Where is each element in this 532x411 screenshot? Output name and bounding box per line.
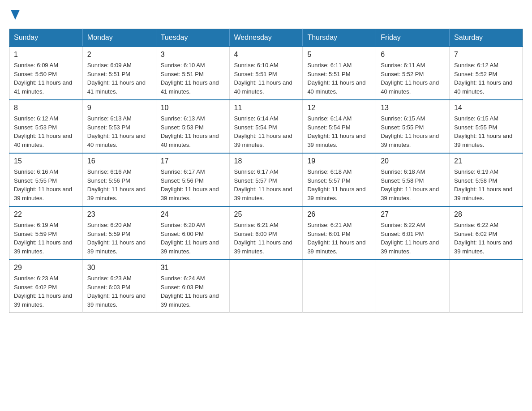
- header-row: SundayMondayTuesdayWednesdayThursdayFrid…: [9, 29, 523, 47]
- day-number: 12: [307, 104, 371, 112]
- day-number: 29: [14, 264, 78, 272]
- day-info: Sunrise: 6:19 AMSunset: 5:59 PMDaylight:…: [14, 221, 78, 256]
- day-number: 24: [161, 210, 225, 218]
- day-info: Sunrise: 6:09 AMSunset: 5:51 PMDaylight:…: [87, 61, 151, 96]
- day-info: Sunrise: 6:15 AMSunset: 5:55 PMDaylight:…: [381, 114, 445, 149]
- day-info: Sunrise: 6:12 AMSunset: 5:52 PMDaylight:…: [454, 61, 518, 96]
- page-header: [9, 9, 523, 20]
- calendar-cell: 24 Sunrise: 6:20 AMSunset: 6:00 PMDaylig…: [156, 206, 229, 260]
- day-info: Sunrise: 6:13 AMSunset: 5:53 PMDaylight:…: [161, 114, 225, 149]
- day-number: 2: [87, 51, 151, 59]
- day-info: Sunrise: 6:23 AMSunset: 6:03 PMDaylight:…: [87, 274, 151, 309]
- day-number: 20: [381, 157, 445, 165]
- day-info: Sunrise: 6:17 AMSunset: 5:56 PMDaylight:…: [161, 167, 225, 202]
- day-number: 5: [307, 51, 371, 59]
- day-info: Sunrise: 6:19 AMSunset: 5:58 PMDaylight:…: [454, 167, 518, 202]
- day-number: 8: [14, 104, 78, 112]
- day-number: 26: [307, 210, 371, 218]
- calendar-cell: 14 Sunrise: 6:15 AMSunset: 5:55 PMDaylig…: [450, 100, 523, 153]
- calendar-cell: 9 Sunrise: 6:13 AMSunset: 5:53 PMDayligh…: [82, 100, 156, 153]
- calendar-cell: 30 Sunrise: 6:23 AMSunset: 6:03 PMDaylig…: [82, 260, 156, 313]
- logo: [9, 9, 20, 20]
- logo-arrow-icon: [11, 10, 20, 20]
- calendar-cell: 22 Sunrise: 6:19 AMSunset: 5:59 PMDaylig…: [9, 206, 83, 260]
- day-number: 13: [381, 104, 445, 112]
- day-number: 23: [87, 210, 151, 218]
- calendar-body: 1 Sunrise: 6:09 AMSunset: 5:50 PMDayligh…: [9, 47, 523, 313]
- header-day-thursday: Thursday: [303, 29, 376, 47]
- day-number: 27: [381, 210, 445, 218]
- calendar-week-4: 22 Sunrise: 6:19 AMSunset: 5:59 PMDaylig…: [9, 206, 523, 260]
- day-info: Sunrise: 6:10 AMSunset: 5:51 PMDaylight:…: [234, 61, 298, 96]
- day-info: Sunrise: 6:21 AMSunset: 6:00 PMDaylight:…: [234, 221, 298, 256]
- day-info: Sunrise: 6:11 AMSunset: 5:52 PMDaylight:…: [381, 61, 445, 96]
- header-day-tuesday: Tuesday: [156, 29, 229, 47]
- day-number: 21: [454, 157, 518, 165]
- day-info: Sunrise: 6:09 AMSunset: 5:50 PMDaylight:…: [14, 61, 78, 96]
- day-info: Sunrise: 6:21 AMSunset: 6:01 PMDaylight:…: [307, 221, 371, 256]
- calendar-header: SundayMondayTuesdayWednesdayThursdayFrid…: [9, 29, 523, 47]
- day-number: 14: [454, 104, 518, 112]
- day-info: Sunrise: 6:20 AMSunset: 6:00 PMDaylight:…: [161, 221, 225, 256]
- day-info: Sunrise: 6:11 AMSunset: 5:51 PMDaylight:…: [307, 61, 371, 96]
- svg-marker-0: [11, 10, 20, 20]
- day-info: Sunrise: 6:17 AMSunset: 5:57 PMDaylight:…: [234, 167, 298, 202]
- calendar-week-5: 29 Sunrise: 6:23 AMSunset: 6:02 PMDaylig…: [9, 260, 523, 313]
- calendar-cell: 4 Sunrise: 6:10 AMSunset: 5:51 PMDayligh…: [229, 47, 303, 100]
- calendar-cell: 8 Sunrise: 6:12 AMSunset: 5:53 PMDayligh…: [9, 100, 83, 153]
- calendar-week-1: 1 Sunrise: 6:09 AMSunset: 5:50 PMDayligh…: [9, 47, 523, 100]
- day-info: Sunrise: 6:16 AMSunset: 5:55 PMDaylight:…: [14, 167, 78, 202]
- calendar-cell: 26 Sunrise: 6:21 AMSunset: 6:01 PMDaylig…: [303, 206, 376, 260]
- day-number: 9: [87, 104, 151, 112]
- calendar-cell: 13 Sunrise: 6:15 AMSunset: 5:55 PMDaylig…: [376, 100, 450, 153]
- day-info: Sunrise: 6:20 AMSunset: 5:59 PMDaylight:…: [87, 221, 151, 256]
- calendar-cell: 23 Sunrise: 6:20 AMSunset: 5:59 PMDaylig…: [82, 206, 156, 260]
- calendar-cell: 10 Sunrise: 6:13 AMSunset: 5:53 PMDaylig…: [156, 100, 229, 153]
- calendar-cell: [303, 260, 376, 313]
- calendar-cell: 16 Sunrise: 6:16 AMSunset: 5:56 PMDaylig…: [82, 153, 156, 206]
- header-day-sunday: Sunday: [9, 29, 83, 47]
- day-info: Sunrise: 6:16 AMSunset: 5:56 PMDaylight:…: [87, 167, 151, 202]
- day-info: Sunrise: 6:13 AMSunset: 5:53 PMDaylight:…: [87, 114, 151, 149]
- day-number: 10: [161, 104, 225, 112]
- header-day-wednesday: Wednesday: [229, 29, 303, 47]
- day-info: Sunrise: 6:23 AMSunset: 6:02 PMDaylight:…: [14, 274, 78, 309]
- day-number: 11: [234, 104, 298, 112]
- calendar-cell: 19 Sunrise: 6:18 AMSunset: 5:57 PMDaylig…: [303, 153, 376, 206]
- day-number: 17: [161, 157, 225, 165]
- day-number: 22: [14, 210, 78, 218]
- day-number: 18: [234, 157, 298, 165]
- calendar-table: SundayMondayTuesdayWednesdayThursdayFrid…: [9, 29, 523, 313]
- calendar-cell: 11 Sunrise: 6:14 AMSunset: 5:54 PMDaylig…: [229, 100, 303, 153]
- day-number: 4: [234, 51, 298, 59]
- day-number: 16: [87, 157, 151, 165]
- calendar-cell: 31 Sunrise: 6:24 AMSunset: 6:03 PMDaylig…: [156, 260, 229, 313]
- day-info: Sunrise: 6:14 AMSunset: 5:54 PMDaylight:…: [234, 114, 298, 149]
- day-info: Sunrise: 6:18 AMSunset: 5:58 PMDaylight:…: [381, 167, 445, 202]
- calendar-cell: 6 Sunrise: 6:11 AMSunset: 5:52 PMDayligh…: [376, 47, 450, 100]
- day-info: Sunrise: 6:22 AMSunset: 6:02 PMDaylight:…: [454, 221, 518, 256]
- day-info: Sunrise: 6:12 AMSunset: 5:53 PMDaylight:…: [14, 114, 78, 149]
- calendar-week-2: 8 Sunrise: 6:12 AMSunset: 5:53 PMDayligh…: [9, 100, 523, 153]
- day-number: 28: [454, 210, 518, 218]
- day-info: Sunrise: 6:18 AMSunset: 5:57 PMDaylight:…: [307, 167, 371, 202]
- day-number: 1: [14, 51, 78, 59]
- calendar-cell: [376, 260, 450, 313]
- calendar-cell: 7 Sunrise: 6:12 AMSunset: 5:52 PMDayligh…: [450, 47, 523, 100]
- day-number: 7: [454, 51, 518, 59]
- calendar-cell: 18 Sunrise: 6:17 AMSunset: 5:57 PMDaylig…: [229, 153, 303, 206]
- day-number: 25: [234, 210, 298, 218]
- day-info: Sunrise: 6:22 AMSunset: 6:01 PMDaylight:…: [381, 221, 445, 256]
- day-info: Sunrise: 6:10 AMSunset: 5:51 PMDaylight:…: [161, 61, 225, 96]
- calendar-cell: [450, 260, 523, 313]
- calendar-cell: 3 Sunrise: 6:10 AMSunset: 5:51 PMDayligh…: [156, 47, 229, 100]
- calendar-cell: 20 Sunrise: 6:18 AMSunset: 5:58 PMDaylig…: [376, 153, 450, 206]
- day-info: Sunrise: 6:14 AMSunset: 5:54 PMDaylight:…: [307, 114, 371, 149]
- calendar-cell: 12 Sunrise: 6:14 AMSunset: 5:54 PMDaylig…: [303, 100, 376, 153]
- calendar-cell: 17 Sunrise: 6:17 AMSunset: 5:56 PMDaylig…: [156, 153, 229, 206]
- day-number: 19: [307, 157, 371, 165]
- day-number: 3: [161, 51, 225, 59]
- day-number: 15: [14, 157, 78, 165]
- calendar-cell: 15 Sunrise: 6:16 AMSunset: 5:55 PMDaylig…: [9, 153, 83, 206]
- calendar-cell: 5 Sunrise: 6:11 AMSunset: 5:51 PMDayligh…: [303, 47, 376, 100]
